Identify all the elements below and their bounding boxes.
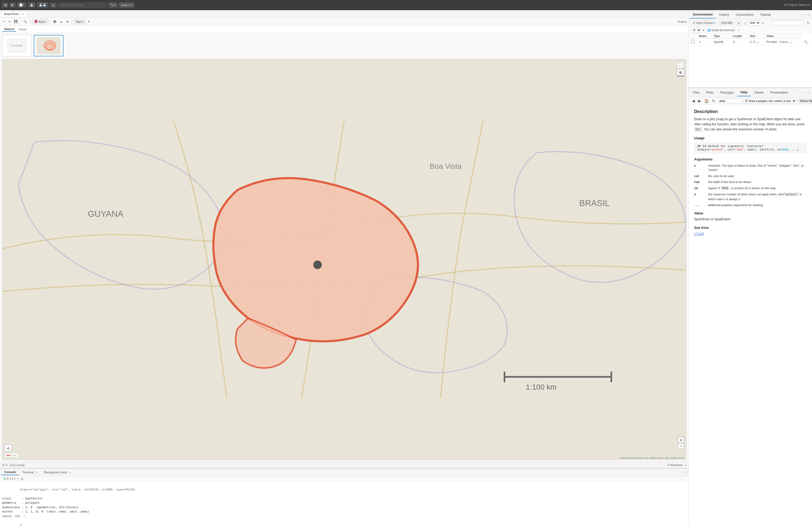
- map-fullscreen-button[interactable]: ⛶: [677, 61, 684, 69]
- tab-help[interactable]: Help: [737, 89, 751, 96]
- terminal-close[interactable]: ✕: [35, 471, 38, 474]
- env-refresh-button[interactable]: ↻: [807, 21, 810, 25]
- global-env-arrow[interactable]: ▾: [738, 29, 740, 32]
- arg-n-desc: the maximum number of clicks (does not a…: [708, 192, 807, 201]
- undo-button[interactable]: ↩: [2, 19, 6, 24]
- arg-lwd-name: lwd: [694, 180, 705, 184]
- tab-environment[interactable]: Environment: [690, 11, 716, 18]
- col-name-header[interactable]: Name: [697, 34, 712, 39]
- thumbnail-map[interactable]: [34, 35, 63, 56]
- map-layers-button[interactable]: ⊞: [677, 69, 684, 76]
- tab-history[interactable]: History: [716, 11, 732, 18]
- help-usage-code: ## S4 method for signature 'character' d…: [694, 142, 807, 153]
- tools-button[interactable]: 🔧▾: [108, 2, 117, 7]
- tab-terminal[interactable]: Terminal ✕: [19, 470, 41, 475]
- save-button[interactable]: 💾: [28, 2, 35, 7]
- env-search-input[interactable]: [772, 21, 804, 25]
- zoom-in-button[interactable]: +: [678, 437, 684, 443]
- save-all-button[interactable]: 💾💾: [37, 2, 48, 7]
- esc-key-code: ESC: [694, 127, 702, 132]
- help-back-button[interactable]: ◀: [691, 98, 696, 104]
- editor-tab-label: Brasil.Rmd: [4, 12, 18, 16]
- nav-down-button[interactable]: ▼: [65, 19, 70, 24]
- go-to-file-input[interactable]: [58, 3, 106, 7]
- knit-dropdown-arrow: ▾: [45, 20, 46, 23]
- help-home-button[interactable]: 🏠: [703, 98, 710, 104]
- help-maximize-button[interactable]: □: [807, 90, 811, 95]
- console-clear-button[interactable]: 🗑: [21, 477, 24, 481]
- save-doc-button[interactable]: 💾: [13, 19, 19, 24]
- col-type-header[interactable]: Type: [712, 34, 731, 39]
- tab-source[interactable]: Source: [2, 27, 16, 32]
- tab-presentation[interactable]: Presentation: [767, 89, 791, 96]
- grid-dropdown[interactable]: ▾: [763, 22, 764, 25]
- col-value-header[interactable]: Value: [765, 34, 802, 39]
- env-table: Name Type Length Size Value r SpatR… 1: [689, 34, 812, 88]
- tab-background-jobs[interactable]: Background Jobs ✕: [41, 470, 74, 475]
- insert-chunk-button[interactable]: ➕: [52, 19, 58, 24]
- console-maximize-button[interactable]: □: [685, 471, 687, 474]
- tab-connections[interactable]: Connections: [733, 11, 757, 18]
- help-minimize-button[interactable]: ─: [802, 90, 806, 95]
- help-refresh-button[interactable]: ↻: [711, 98, 716, 104]
- var-value: Formal class …: [765, 39, 802, 46]
- tab-console[interactable]: Console: [1, 469, 19, 475]
- addins-button[interactable]: Addins ▾: [119, 2, 134, 7]
- r-select-dropdown[interactable]: R: [691, 28, 701, 33]
- col-size-header[interactable]: Size: [748, 34, 765, 39]
- source-dropdown-button[interactable]: ▾: [87, 19, 91, 24]
- arg-id-desc: logical. If TRUE, a numeric ID is shown …: [708, 186, 807, 191]
- topic-select[interactable]: R: Draw a polygon, line, extent, or poin…: [743, 99, 796, 104]
- print-button[interactable]: 🖨: [50, 3, 57, 7]
- env-maximize-button[interactable]: □: [807, 13, 811, 17]
- console-content[interactable]: draw(x="polygon", col="red", lwd=2, id=F…: [0, 482, 688, 527]
- outline-button[interactable]: Outline: [678, 20, 687, 23]
- table-row[interactable]: r SpatR… 1 1.3 … Formal class … 🔍: [689, 39, 812, 46]
- map-print-button[interactable]: 🖨: [4, 445, 12, 452]
- env-minimize-button[interactable]: ─: [802, 13, 806, 17]
- search-object-button[interactable]: 🔍: [804, 40, 808, 44]
- global-env-button[interactable]: 🌐 Global Environment: [706, 28, 737, 32]
- tab-tutorial[interactable]: Tutorial: [757, 11, 774, 18]
- top-level-indicator: ((Top Level)): [10, 464, 25, 467]
- env-panel-controls: ─ □: [802, 13, 811, 17]
- forward-button[interactable]: ▶: [10, 2, 16, 7]
- tab-plots[interactable]: Plots: [703, 89, 717, 96]
- nav-up-button[interactable]: ▲: [59, 19, 64, 24]
- find-in-topic-button[interactable]: Find in Topic: [798, 99, 812, 103]
- help-search-input[interactable]: [717, 99, 742, 103]
- bg-jobs-close[interactable]: ✕: [69, 471, 71, 474]
- console-output-6: coord. ref. :: [2, 514, 686, 519]
- row-checkbox[interactable]: [691, 40, 695, 44]
- tab-visual[interactable]: Visual: [16, 27, 29, 31]
- console-prompt-1: >: [2, 518, 686, 527]
- tab-viewer[interactable]: Viewer: [751, 89, 767, 96]
- editor-tab-close[interactable]: ✕: [22, 13, 24, 16]
- see-also-link[interactable]: click: [694, 232, 704, 236]
- brush-icon-button[interactable]: 🖌: [736, 21, 742, 25]
- top-toolbar: ◀ ▶ 📄▾ 💾 💾💾 🖨 🔧▾ Addins ▾ ⚙ Project: (No…: [0, 0, 812, 10]
- r-environment-select[interactable]: Grid: [747, 20, 760, 26]
- tab-files[interactable]: Files: [690, 89, 703, 96]
- mode-dropdown-arrow[interactable]: ▾: [685, 464, 686, 467]
- thumbnail-console[interactable]: R Console: [2, 35, 32, 56]
- print-icon[interactable]: 🖨: [4, 445, 12, 452]
- help-value-heading: Value: [694, 211, 807, 215]
- editor-tab-brasil[interactable]: Brasil.Rmd * ✕: [1, 11, 27, 17]
- col-length-header[interactable]: Length: [731, 34, 748, 39]
- new-file-button[interactable]: 📄▾: [17, 2, 26, 7]
- import-dataset-button[interactable]: ⬆ Import Dataset ▾: [691, 21, 717, 25]
- knit-button[interactable]: 🧶 Knit ▾: [32, 19, 48, 24]
- redo-button[interactable]: ↪: [7, 19, 12, 24]
- true-code: TRUE: [721, 186, 729, 190]
- help-forward-button[interactable]: ▶: [697, 98, 702, 104]
- console-minimize-button[interactable]: ─: [683, 471, 685, 474]
- find-button[interactable]: 🔍: [22, 19, 28, 24]
- tab-packages[interactable]: Packages: [717, 89, 737, 96]
- back-button[interactable]: ◀: [2, 2, 8, 7]
- zoom-out-button[interactable]: −: [678, 443, 684, 449]
- run-button[interactable]: Run ▾: [74, 19, 86, 24]
- r-selector-arrow[interactable]: ▾: [703, 29, 704, 32]
- project-label[interactable]: ⚙ Project: (None) ▾: [784, 3, 810, 7]
- col-checkbox: [689, 34, 697, 39]
